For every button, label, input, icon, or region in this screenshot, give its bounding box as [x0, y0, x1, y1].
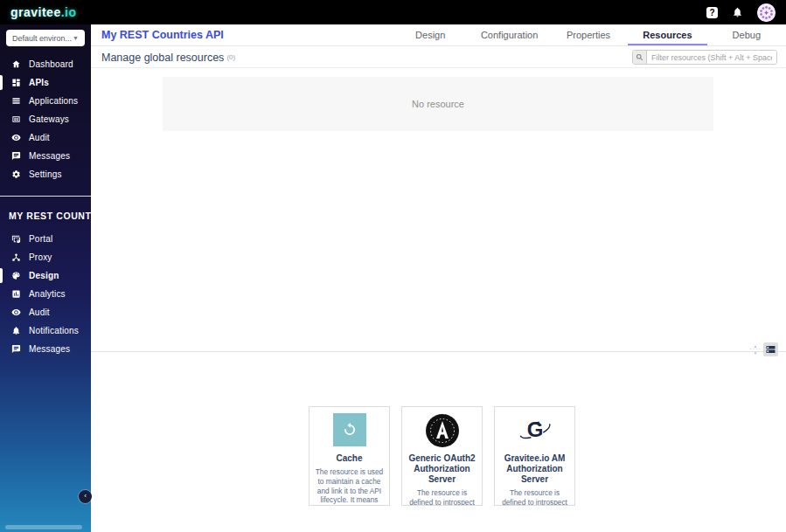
chat-icon — [11, 344, 21, 354]
tab-properties[interactable]: Properties — [549, 24, 628, 45]
sidebar-item-label: APIs — [29, 78, 49, 87]
bell-icon — [11, 326, 21, 335]
gear-icon — [11, 169, 21, 179]
palette-icon — [11, 271, 21, 280]
help-icon[interactable]: ? — [706, 7, 718, 18]
tab-resources[interactable]: Resources — [628, 24, 706, 45]
sidebar-item-label: Messages — [29, 344, 70, 354]
tab-bar: Design Configuration Properties Resource… — [391, 24, 786, 45]
sidebar-item-label: Proxy — [29, 252, 52, 262]
sidebar-item-label: Gateways — [29, 114, 69, 124]
sidebar: Default environ... ▼ Dashboard APIs Appl… — [0, 24, 91, 532]
empty-state-panel: No resource — [163, 77, 713, 131]
sidebar-item-portal[interactable]: Portal — [0, 230, 91, 248]
tab-design[interactable]: Design — [391, 24, 470, 45]
resize-handle-icon[interactable]: ▴····▾ — [749, 344, 762, 355]
board-icon — [11, 114, 21, 124]
home-icon — [11, 59, 21, 69]
gravitee-logo: gravitee.io — [10, 5, 77, 19]
sidebar-item-messages[interactable]: Messages — [0, 147, 91, 165]
sidebar-item-gateways[interactable]: Gateways — [0, 110, 91, 128]
eye-icon — [11, 307, 21, 317]
resource-count-badge: (0) — [226, 53, 235, 61]
sidebar-item-label: Notifications — [29, 326, 79, 335]
sidebar-item-label: Audit — [29, 307, 50, 317]
tab-debug[interactable]: Debug — [707, 24, 786, 45]
card-title: Generic OAuth2 Authorization Server — [407, 453, 477, 485]
sidebar-item-analytics[interactable]: Analytics — [0, 285, 91, 303]
sidebar-horizontal-scrollbar[interactable] — [5, 525, 82, 529]
sidebar-item-api-messages[interactable]: Messages — [0, 340, 91, 358]
empty-state-message: No resource — [412, 99, 464, 109]
oauth2-logo-icon — [407, 413, 477, 450]
sidebar-item-settings[interactable]: Settings — [0, 165, 91, 183]
logo-text-suffix: .io — [61, 5, 77, 19]
sidebar-item-notifications[interactable]: Notifications — [0, 321, 91, 340]
sidebar-collapse-button[interactable]: ‹ — [79, 490, 92, 503]
sidebar-item-dashboard[interactable]: Dashboard — [0, 55, 91, 73]
hub-icon — [11, 252, 21, 262]
gravitee-am-logo-icon: G — [499, 413, 570, 450]
list-view-icon — [766, 345, 776, 354]
cache-refresh-icon — [314, 413, 385, 450]
sidebar-section-title: MY REST COUNTRI... — [0, 197, 91, 230]
notifications-bell-icon[interactable] — [732, 6, 743, 18]
environment-selector-value: Default environ... — [12, 34, 72, 43]
resource-card-cache[interactable]: Cache The resource is used to maintain a… — [309, 406, 390, 506]
section-heading: Manage global resources — [101, 52, 224, 64]
sidebar-item-design[interactable]: Design — [0, 266, 91, 285]
svg-text:G: G — [526, 418, 543, 441]
devices-icon — [11, 234, 21, 244]
resources-toolbar: Manage global resources (0) — [91, 47, 786, 68]
panel-divider — [91, 351, 786, 352]
chart-icon — [11, 289, 21, 299]
dashboard-grid-icon — [11, 78, 21, 87]
sidebar-item-label: Analytics — [29, 289, 66, 299]
card-description: The resource is defined to introspect an… — [499, 488, 570, 506]
card-description: The resource is used to maintain a cache… — [314, 467, 385, 506]
card-description: The resource is defined to introspect an… — [407, 488, 477, 506]
sidebar-item-label: Portal — [29, 234, 52, 244]
sidebar-item-label: Design — [29, 271, 59, 280]
resource-card-gravitee-am[interactable]: G Gravitee.io AM Authorization Server Th… — [494, 406, 575, 506]
tab-configuration[interactable]: Configuration — [470, 24, 548, 45]
topbar: gravitee.io ? — [0, 0, 786, 24]
sidebar-item-label: Audit — [29, 133, 50, 142]
sidebar-item-api-audit[interactable]: Audit — [0, 303, 91, 321]
sidebar-item-audit[interactable]: Audit — [0, 128, 91, 147]
api-header: My REST Countries API Design Configurati… — [91, 24, 786, 46]
chat-icon — [11, 151, 21, 161]
card-title: Gravitee.io AM Authorization Server — [499, 453, 570, 485]
filter-resources-input[interactable] — [647, 51, 776, 64]
eye-icon — [11, 133, 21, 142]
filter-resources-box — [632, 50, 777, 65]
card-title: Cache — [314, 453, 385, 464]
sidebar-item-label: Dashboard — [29, 59, 73, 69]
search-icon — [633, 51, 647, 64]
list-icon — [11, 96, 21, 106]
resource-card-oauth2[interactable]: Generic OAuth2 Authorization Server The … — [401, 406, 483, 506]
sidebar-item-apis[interactable]: APIs — [0, 73, 91, 92]
sidebar-item-label: Settings — [29, 169, 62, 179]
sidebar-item-label: Messages — [29, 151, 70, 161]
sidebar-item-applications[interactable]: Applications — [0, 92, 91, 110]
page-title: My REST Countries API — [91, 24, 224, 45]
chevron-down-icon: ▼ — [73, 35, 79, 41]
resource-palette: Cache The resource is used to maintain a… — [309, 406, 575, 506]
logo-text-main: gravitee — [10, 5, 61, 19]
user-avatar[interactable] — [757, 3, 776, 22]
list-view-toggle-button[interactable] — [763, 342, 778, 356]
sidebar-item-proxy[interactable]: Proxy — [0, 248, 91, 266]
sidebar-item-label: Applications — [29, 96, 78, 106]
environment-selector[interactable]: Default environ... ▼ — [6, 30, 85, 46]
